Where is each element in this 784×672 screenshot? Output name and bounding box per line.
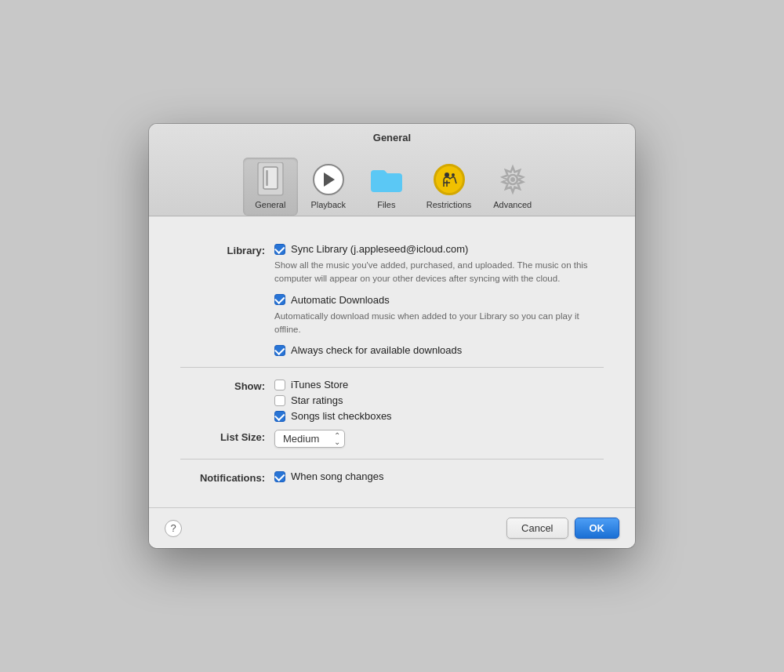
- svg-point-3: [445, 173, 449, 177]
- list-size-content: Small Medium Large: [274, 430, 604, 448]
- preferences-window: General General Playback: [149, 124, 635, 548]
- auto-downloads-row: Automatic Downloads: [274, 294, 604, 306]
- when-song-checkbox[interactable]: [274, 471, 285, 482]
- show-row: Show: iTunes Store Star ratings Songs li…: [180, 379, 604, 422]
- show-label: Show:: [180, 379, 274, 392]
- itunes-store-label: iTunes Store: [291, 379, 348, 390]
- playback-icon: [311, 162, 346, 197]
- notifications-content: When song changes: [274, 470, 604, 482]
- library-content: Sync Library (j.appleseed@icloud.com) Sh…: [274, 243, 604, 356]
- tab-files-label: Files: [377, 200, 395, 209]
- songs-list-row: Songs list checkboxes: [274, 410, 604, 422]
- itunes-store-checkbox[interactable]: [274, 380, 285, 390]
- list-size-select[interactable]: Small Medium Large: [274, 430, 345, 448]
- tab-restrictions[interactable]: Restrictions: [417, 158, 481, 216]
- songs-list-checkbox[interactable]: [274, 411, 285, 422]
- ok-button[interactable]: OK: [575, 518, 620, 539]
- show-content: iTunes Store Star ratings Songs list che…: [274, 379, 604, 422]
- svg-rect-2: [266, 170, 268, 186]
- window-title: General: [149, 132, 635, 143]
- library-row: Library: Sync Library (j.appleseed@iclou…: [180, 243, 604, 356]
- auto-downloads-checkbox[interactable]: [274, 294, 285, 305]
- notifications-row: Notifications: When song changes: [180, 470, 604, 484]
- tab-general[interactable]: General: [243, 158, 298, 216]
- star-ratings-checkbox[interactable]: [274, 395, 285, 406]
- help-label: ?: [170, 522, 176, 534]
- files-icon: [369, 162, 404, 197]
- svg-point-7: [510, 177, 515, 182]
- title-bar: General General Playback: [149, 124, 635, 216]
- tab-restrictions-label: Restrictions: [426, 200, 471, 209]
- bottom-bar: ? Cancel OK: [149, 507, 635, 548]
- sync-library-description: Show all the music you've added, purchas…: [274, 259, 604, 286]
- library-section: Library: Sync Library (j.appleseed@iclou…: [180, 232, 604, 367]
- cancel-button[interactable]: Cancel: [506, 518, 568, 539]
- sync-library-label: Sync Library (j.appleseed@icloud.com): [291, 243, 468, 255]
- auto-downloads-label: Automatic Downloads: [291, 294, 390, 306]
- tab-general-label: General: [255, 200, 285, 209]
- itunes-store-row: iTunes Store: [274, 379, 604, 390]
- star-ratings-row: Star ratings: [274, 394, 604, 406]
- sync-library-row: Sync Library (j.appleseed@icloud.com): [274, 243, 604, 255]
- list-size-row: List Size: Small Medium Large: [180, 430, 604, 448]
- content-area: Library: Sync Library (j.appleseed@iclou…: [149, 216, 635, 507]
- svg-rect-1: [263, 167, 278, 189]
- list-size-label: List Size:: [180, 430, 274, 443]
- tab-playback[interactable]: Playback: [301, 158, 356, 216]
- always-check-label: Always check for available downloads: [291, 344, 462, 356]
- star-ratings-label: Star ratings: [291, 394, 343, 406]
- when-song-row: When song changes: [274, 470, 604, 482]
- list-size-select-wrapper: Small Medium Large: [274, 430, 345, 448]
- tab-advanced[interactable]: Advanced: [484, 158, 541, 216]
- advanced-icon: [495, 162, 530, 197]
- tab-files[interactable]: Files: [359, 158, 414, 216]
- always-check-row: Always check for available downloads: [274, 344, 604, 356]
- sync-library-checkbox[interactable]: [274, 244, 285, 255]
- help-button[interactable]: ?: [165, 520, 182, 537]
- auto-downloads-description: Automatically download music when added …: [274, 310, 604, 337]
- library-label: Library:: [180, 243, 274, 256]
- tab-playback-label: Playback: [310, 200, 346, 209]
- when-song-label: When song changes: [291, 470, 384, 482]
- songs-list-label: Songs list checkboxes: [291, 410, 392, 422]
- restrictions-icon: [432, 162, 466, 197]
- general-icon: [253, 162, 288, 197]
- always-check-checkbox[interactable]: [274, 345, 285, 356]
- show-section: Show: iTunes Store Star ratings Songs li…: [180, 367, 604, 459]
- toolbar: General Playback Files: [149, 151, 635, 216]
- button-group: Cancel OK: [506, 518, 619, 539]
- tab-advanced-label: Advanced: [493, 200, 532, 209]
- svg-point-4: [452, 173, 455, 176]
- notifications-label: Notifications:: [180, 470, 274, 484]
- notifications-section: Notifications: When song changes: [180, 459, 604, 495]
